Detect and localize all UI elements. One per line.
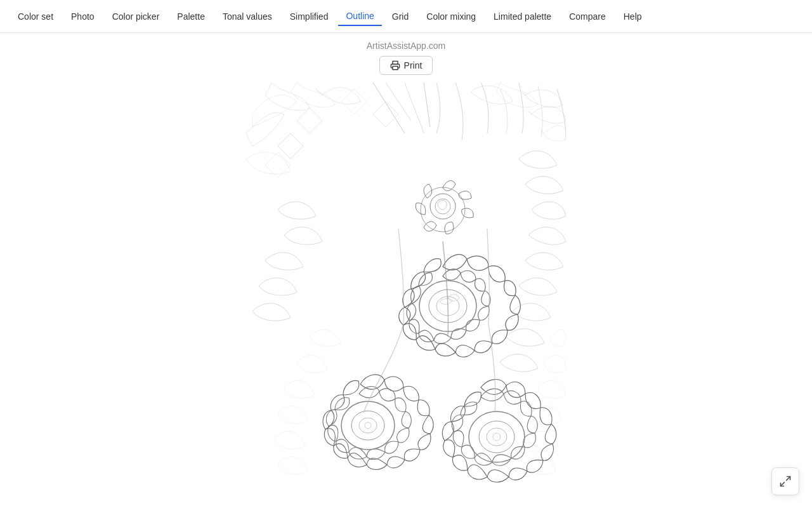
outline-sketch bbox=[246, 83, 566, 502]
site-url: ArtistAssistApp.com bbox=[367, 41, 445, 51]
svg-line-24 bbox=[787, 477, 790, 481]
main-content: ArtistAssistApp.com Print bbox=[0, 33, 812, 502]
outline-image-container bbox=[246, 83, 566, 502]
nav-item-color-set[interactable]: Color set bbox=[10, 8, 61, 25]
nav-item-photo[interactable]: Photo bbox=[63, 8, 102, 25]
nav-item-color-mixing[interactable]: Color mixing bbox=[419, 8, 483, 25]
nav-item-color-picker[interactable]: Color picker bbox=[105, 8, 167, 25]
nav-item-help[interactable]: Help bbox=[616, 8, 650, 25]
print-label: Print bbox=[404, 60, 422, 70]
svg-line-25 bbox=[781, 483, 785, 486]
fullscreen-icon bbox=[779, 475, 792, 488]
svg-rect-0 bbox=[393, 66, 398, 69]
nav-item-simplified[interactable]: Simplified bbox=[282, 8, 336, 25]
nav-item-grid[interactable]: Grid bbox=[384, 8, 416, 25]
print-button[interactable]: Print bbox=[379, 56, 433, 75]
nav-item-outline[interactable]: Outline bbox=[338, 7, 381, 26]
nav-item-tonal-values[interactable]: Tonal values bbox=[215, 8, 280, 25]
fullscreen-button[interactable] bbox=[771, 467, 799, 495]
nav-item-compare[interactable]: Compare bbox=[561, 8, 613, 25]
main-nav: Color setPhotoColor pickerPaletteTonal v… bbox=[0, 0, 812, 33]
print-icon bbox=[390, 60, 400, 70]
nav-item-palette[interactable]: Palette bbox=[169, 8, 213, 25]
nav-item-limited-palette[interactable]: Limited palette bbox=[486, 8, 559, 25]
